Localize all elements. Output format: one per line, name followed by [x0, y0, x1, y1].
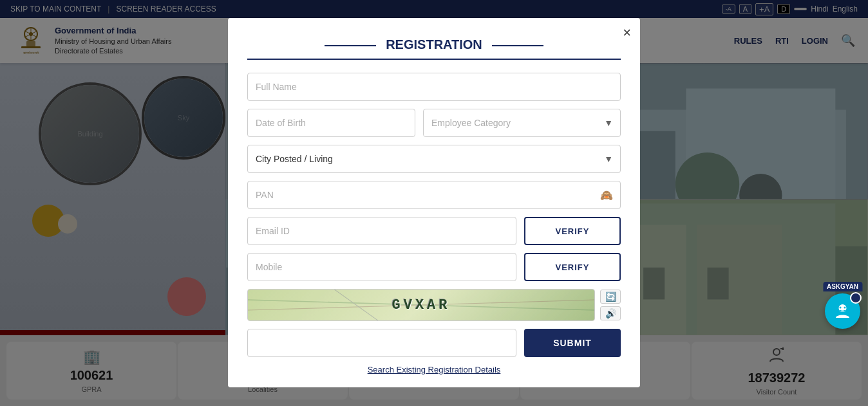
pan-visibility-toggle-icon[interactable]: 🙈 — [600, 189, 613, 201]
city-posted-field: City Posted / Living Delhi Mumbai Bangal… — [247, 145, 621, 173]
svg-point-44 — [840, 307, 842, 309]
svg-line-41 — [335, 290, 378, 320]
captcha-controls: 🔄 🔊 — [600, 290, 621, 320]
email-row: VERIFY — [247, 217, 621, 245]
pan-group: 🙈 — [247, 181, 621, 209]
modal-close-button[interactable]: × — [623, 26, 631, 40]
full-name-input[interactable] — [247, 73, 621, 101]
chatbot-expand-icon[interactable]: + — [851, 292, 862, 302]
modal-title: REGISTRATION — [247, 37, 621, 60]
submit-button[interactable]: SUBMIT — [524, 329, 621, 357]
captcha-audio-button[interactable]: 🔊 — [600, 306, 621, 320]
employee-category-field: Employee Category Category A Category B … — [423, 109, 621, 137]
captcha-input[interactable] — [247, 329, 516, 357]
modal-overlay: × REGISTRATION Employee Category Categor… — [0, 0, 868, 406]
submit-row: SUBMIT — [247, 329, 621, 357]
captcha-row: GVXAR 🔄 🔊 — [247, 289, 621, 321]
pan-input[interactable] — [247, 181, 621, 209]
search-existing-link[interactable]: Search Existing Registration Details — [247, 365, 621, 374]
dob-category-row: Employee Category Category A Category B … — [247, 109, 621, 137]
dob-field — [247, 109, 415, 137]
svg-point-45 — [844, 307, 846, 309]
full-name-group — [247, 73, 621, 101]
mobile-verify-button[interactable]: VERIFY — [524, 253, 621, 281]
email-verify-button[interactable]: VERIFY — [524, 217, 621, 245]
mobile-row: VERIFY — [247, 253, 621, 281]
captcha-refresh-button[interactable]: 🔄 — [600, 290, 621, 304]
registration-modal: × REGISTRATION Employee Category Categor… — [228, 18, 640, 387]
employee-category-select[interactable]: Employee Category Category A Category B … — [423, 109, 621, 137]
chatbot-button[interactable]: ASKGYAN + — [825, 293, 860, 329]
captcha-text: GVXAR — [392, 297, 450, 313]
city-posted-group: City Posted / Living Delhi Mumbai Bangal… — [247, 145, 621, 173]
email-input[interactable] — [247, 217, 516, 245]
chatbot-icon — [831, 300, 854, 322]
captcha-image: GVXAR — [247, 289, 595, 321]
mobile-input[interactable] — [247, 253, 516, 281]
chatbot-label: ASKGYAN — [823, 282, 862, 291]
city-posted-select[interactable]: City Posted / Living Delhi Mumbai Bangal… — [247, 145, 621, 173]
dob-input[interactable] — [247, 109, 415, 137]
